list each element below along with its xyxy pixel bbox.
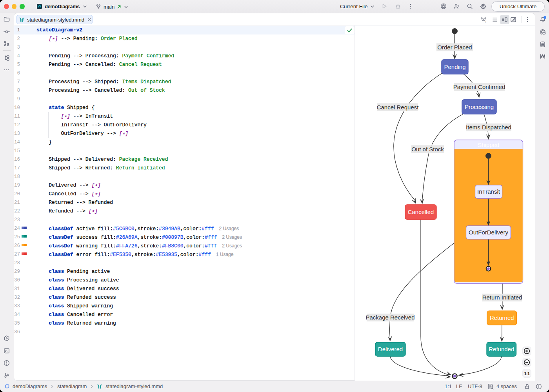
svg-text:OutForDelivery: OutForDelivery	[469, 229, 508, 236]
svg-text:Items Dispatched: Items Dispatched	[466, 124, 511, 131]
svg-text:Cancelled: Cancelled	[408, 209, 434, 215]
svg-text:Out of Stock: Out of Stock	[411, 146, 444, 152]
svg-text:Refunded: Refunded	[489, 346, 514, 352]
svg-text:Shipped: Shipped	[478, 142, 499, 148]
svg-text:Processing: Processing	[465, 103, 494, 110]
svg-text:Package Received: Package Received	[365, 314, 414, 321]
svg-text:Order Placed: Order Placed	[437, 44, 472, 51]
svg-text:?: ?	[485, 20, 486, 23]
svg-text:Returned: Returned	[490, 314, 514, 321]
svg-text:Pending: Pending	[444, 64, 465, 70]
svg-text:Cancel Request: Cancel Request	[377, 104, 419, 111]
svg-text:Payment Confirmed: Payment Confirmed	[453, 83, 505, 90]
svg-text:Return Initiated: Return Initiated	[482, 294, 522, 301]
svg-text:InTransit: InTransit	[477, 188, 500, 195]
svg-text:Delivered: Delivered	[378, 346, 403, 352]
